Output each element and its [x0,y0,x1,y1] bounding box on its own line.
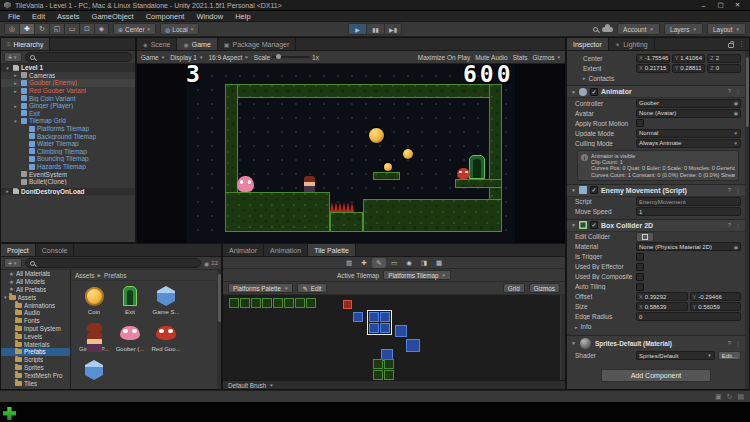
breadcrumb-root[interactable]: Assets [75,272,95,279]
extent-x-field[interactable]: X0.21715 [636,64,670,73]
refresh-status-icon[interactable]: ↻ [727,393,733,401]
move-speed-field[interactable]: 1 [636,207,741,216]
lock-icon[interactable] [728,43,734,48]
asset-exit[interactable]: Exit [112,282,148,319]
folder-levels[interactable]: Levels [1,332,70,340]
menu-edit[interactable]: Edit [26,11,51,21]
material-header[interactable]: ▼ Sprites-Default (Material) ?⋮ [567,336,745,351]
foldout-icon[interactable]: ▸ [12,103,19,109]
component-enabled-checkbox[interactable]: ✓ [590,186,598,194]
tab-package-manager[interactable]: ▣Package Manager [218,38,297,50]
play-button[interactable]: ▶ [348,23,366,35]
foldout-icon[interactable]: ▼ [571,340,576,346]
kebab-menu-icon[interactable]: ⋮ [735,88,741,95]
step-button[interactable]: ▶▮ [384,23,402,35]
aspect-ratio-dropdown[interactable]: 16:9 Aspect▼ [208,54,248,61]
console-status-icon[interactable]: ▣ [715,393,722,401]
foldout-icon[interactable]: ▾ [4,65,11,71]
kebab-menu-icon[interactable]: ⋮ [735,340,741,347]
pause-button[interactable]: ▮▮ [366,23,384,35]
hierarchy-item-goober-enemy[interactable]: ▸Goober (Enemy) [1,79,135,87]
foldout-icon[interactable]: ▼ [571,222,576,228]
layers-dropdown[interactable]: Layers▼ [664,23,703,35]
foldout-icon[interactable]: ▸ [12,72,19,78]
controller-object-field[interactable]: Goober◉ [636,99,741,108]
hierarchy-item-cameras[interactable]: ▸Cameras [1,72,135,80]
game-viewport[interactable]: 3 600 [137,64,565,244]
menu-file[interactable]: File [2,11,26,21]
mute-audio-toggle[interactable]: Mute Audio [475,54,508,61]
center-x-field[interactable]: X-1.75546 [636,54,670,63]
asset-goober[interactable]: Goober (... [112,319,148,356]
box-collider-component-header[interactable]: ▼ ✓ Box Collider 2D ?⋮ [567,219,745,232]
component-enabled-checkbox[interactable]: ✓ [590,221,598,229]
foldout-icon[interactable]: ▸ [12,80,19,86]
create-object-button[interactable]: +▼ [4,52,22,62]
folder-animations[interactable]: Animations [1,301,70,309]
hierarchy-item-eventsystem[interactable]: EventSystem [1,170,135,178]
is-trigger-checkbox[interactable] [636,253,644,261]
object-picker-icon[interactable]: ◉ [734,100,738,106]
move-tool-icon[interactable]: ✚ [357,258,371,268]
hierarchy-item-bouncing-tilemap[interactable]: Bouncing Tilemap [1,155,135,163]
tab-game[interactable]: ◉Game [177,38,217,50]
object-picker-icon[interactable]: ◉ [734,244,738,250]
kebab-menu-icon[interactable]: ⋮ [735,187,741,194]
cloud-collab-icon[interactable] [602,27,613,32]
asset-scene-persist[interactable] [76,356,112,389]
palette-scrollbar[interactable] [561,295,565,382]
edit-palette-button[interactable]: ✎Edit [297,283,326,293]
maximize-button[interactable]: ▢ [712,0,729,11]
hierarchy-item-exit[interactable]: Exit [1,110,135,118]
hierarchy-item-hazards-tilemap[interactable]: Hazards Tilemap [1,163,135,171]
enemy-movement-component-header[interactable]: ▼ ✓ Enemy Movement (Script) ?⋮ [567,184,745,197]
hierarchy-item-level-1[interactable]: ▾Level 1 [1,64,135,72]
pivot-rotation-button[interactable]: ◍Local▼ [160,23,199,35]
flood-fill-tool-icon[interactable]: ▩ [432,258,446,268]
culling-mode-dropdown[interactable]: Always Animate▼ [636,139,741,148]
menu-assets[interactable]: Assets [51,11,86,21]
move-tool-icon[interactable]: ✚ [19,23,34,35]
rect-tool-icon[interactable]: ▭ [64,23,79,35]
eraser-tool-icon[interactable]: ◨ [417,258,431,268]
size-y-field[interactable]: Y0.56059 [690,302,742,311]
minimize-button[interactable]: – [695,0,712,11]
extent-z-field[interactable]: Z0 [707,64,741,73]
hierarchy-item-ginger-player[interactable]: ▸Ginger (Player) [1,102,135,110]
slider-track[interactable] [272,56,310,58]
gizmos-dropdown[interactable]: Gizmos▼ [533,54,562,61]
box-fill-tool-icon[interactable]: ▭ [387,258,401,268]
account-dropdown[interactable]: Account▼ [617,23,660,35]
update-mode-dropdown[interactable]: Normal▼ [636,129,741,138]
collider-info-foldout[interactable]: ▸Info [567,322,745,332]
object-picker-icon[interactable]: ◉ [734,110,738,116]
hierarchy-item-background-tilemap[interactable]: Background Tilemap [1,132,135,140]
tab-inspector[interactable]: Inspector [567,38,609,50]
offset-y-field[interactable]: Y-0.29466 [690,292,742,301]
project-search-input[interactable] [25,258,202,268]
hierarchy-item-bullet-clone[interactable]: Bullet(Clone) [1,178,135,186]
breadcrumb-current[interactable]: Prefabs [104,272,126,279]
hidden-packages-toggle[interactable]: ◉22 [204,260,218,267]
inspector-scrollbar[interactable] [745,51,749,389]
physics-material-field[interactable]: None (Physics Material 2D)◉ [636,242,741,251]
folder-textmesh-pro[interactable]: TextMesh Pro [1,371,70,379]
stats-toggle[interactable]: Stats [513,54,528,61]
tab-project[interactable]: Project [1,244,36,256]
kebab-menu-icon[interactable]: ⋮ [738,40,745,48]
auto-tiling-checkbox[interactable] [636,283,644,291]
pivot-mode-button[interactable]: ⊕Center▼ [113,23,156,35]
help-icon[interactable]: ? [728,222,731,229]
menu-gameobject[interactable]: GameObject [86,11,140,21]
used-by-composite-checkbox[interactable] [636,273,644,281]
foldout-icon[interactable]: ▼ [571,89,576,95]
hierarchy-search-input[interactable] [25,52,132,62]
extent-y-field[interactable]: Y0.28811 [672,64,706,73]
hierarchy-item-climbing-tilemap[interactable]: Climbing Tilemap [1,148,135,156]
menu-component[interactable]: Component [140,11,191,21]
component-enabled-checkbox[interactable]: ✓ [590,88,598,96]
help-icon[interactable]: ? [728,340,731,347]
shader-dropdown[interactable]: Sprites/Default▼ [636,351,715,360]
size-x-field[interactable]: X0.58639 [636,302,688,311]
foldout-icon[interactable]: ▾ [4,294,7,300]
